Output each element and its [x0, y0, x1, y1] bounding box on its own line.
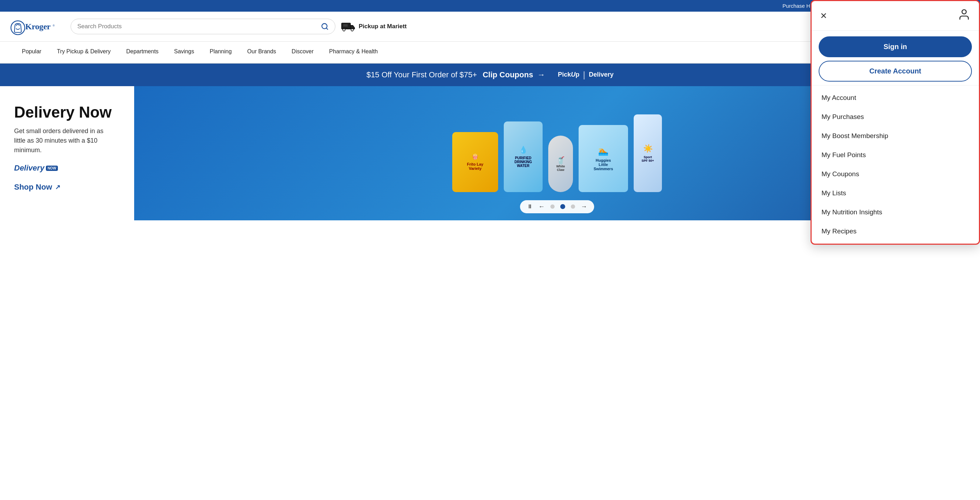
product-frito-lay: 🍿 Frito LayVariety: [452, 132, 498, 192]
shop-now-link[interactable]: Shop Now ↗: [14, 183, 120, 192]
dropdown-menu-items: My Account My Purchases My Boost Members…: [811, 85, 979, 220]
carousel-controls: ⏸ ← →: [520, 200, 594, 213]
nav-our-brands[interactable]: Our Brands: [239, 42, 284, 63]
my-fuel-points-item[interactable]: My Fuel Points: [811, 145, 979, 164]
pickup-delivery-logos: PickUp | Delivery: [558, 70, 614, 80]
logo-container[interactable]: Kroger ®: [8, 16, 65, 37]
nav-try-pickup-delivery[interactable]: Try Pickup & Delivery: [49, 42, 118, 63]
hero-left: Delivery Now Get small orders delivered …: [0, 86, 134, 220]
close-dropdown-button[interactable]: ✕: [820, 12, 827, 20]
carousel-dot-1[interactable]: [550, 204, 555, 209]
search-bar: [71, 19, 336, 34]
search-input[interactable]: [77, 23, 317, 30]
product-little-swimmers: 🏊 HuggiesLittleSwimmers: [579, 125, 628, 192]
user-icon: [958, 8, 970, 23]
dropdown-header: ✕: [811, 1, 979, 31]
svg-point-7: [351, 29, 353, 31]
carousel-prev-button[interactable]: ←: [538, 203, 545, 210]
nav-savings[interactable]: Savings: [166, 42, 202, 63]
my-coupons-item[interactable]: My Coupons: [811, 164, 979, 184]
external-link-icon: ↗: [55, 183, 60, 191]
sign-in-button[interactable]: Sign in: [819, 37, 972, 57]
search-button[interactable]: [321, 22, 329, 30]
pickup-truck-icon: [341, 19, 355, 34]
svg-point-6: [343, 29, 345, 31]
now-badge: NOW: [46, 166, 58, 171]
product-white-claw: 🥤 WhiteClaw: [548, 135, 573, 192]
nav-departments[interactable]: Departments: [118, 42, 166, 63]
my-boost-membership-item[interactable]: My Boost Membership: [811, 126, 979, 145]
carousel-dot-2[interactable]: [560, 204, 565, 209]
pickup-container[interactable]: Pickup at Mariett: [341, 19, 407, 34]
kroger-logo: Kroger ®: [8, 16, 58, 37]
divider: |: [583, 70, 585, 80]
my-lists-item[interactable]: My Lists: [811, 184, 979, 203]
nav-popular[interactable]: Popular: [14, 42, 49, 63]
account-dropdown: ✕ Sign in Create Account My Account My P…: [811, 0, 980, 220]
delivery-text: Delivery: [14, 164, 45, 173]
clip-coupons-link[interactable]: Clip Coupons →: [483, 70, 545, 80]
carousel-pause-button[interactable]: ⏸: [527, 204, 533, 210]
carousel-dot-3[interactable]: [571, 204, 575, 209]
nav-pharmacy-health[interactable]: Pharmacy & Health: [321, 42, 385, 63]
create-account-button[interactable]: Create Account: [819, 61, 972, 81]
product-water: 💧 PURIFIEDDRINKINGWATER: [504, 121, 542, 192]
svg-text:®: ®: [52, 24, 55, 27]
pickup-location-text: Pickup at Mariett: [359, 23, 407, 30]
nav-planning[interactable]: Planning: [202, 42, 239, 63]
promo-text: $15 Off Your First Order of $75+: [366, 70, 477, 80]
svg-point-10: [962, 10, 966, 14]
svg-text:Kroger: Kroger: [25, 22, 51, 31]
delivery-now-logo: Delivery NOW: [14, 164, 120, 173]
hero-description: Get small orders delivered in as little …: [14, 126, 113, 155]
hero-title: Delivery Now: [14, 104, 120, 121]
pickup-logo-text: PickUp: [558, 71, 579, 78]
my-account-item[interactable]: My Account: [811, 88, 979, 107]
carousel-next-button[interactable]: →: [581, 203, 587, 210]
my-purchases-item[interactable]: My Purchases: [811, 107, 979, 126]
svg-line-4: [326, 28, 328, 29]
nav-discover[interactable]: Discover: [284, 42, 321, 63]
my-nutrition-insights-item[interactable]: My Nutrition Insights: [811, 203, 979, 220]
search-container: [71, 19, 336, 34]
product-sunscreen: ☀️ SportSPF 50+: [634, 115, 662, 192]
delivery-logo-text: Delivery: [589, 71, 614, 78]
